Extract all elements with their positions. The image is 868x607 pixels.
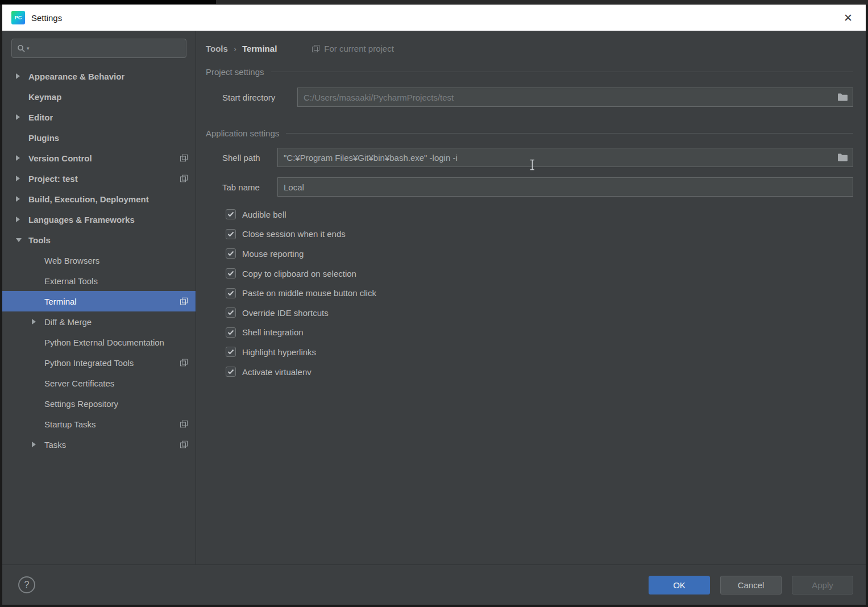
checkbox-label: Close session when it ends xyxy=(242,229,346,239)
search-options-caret-icon[interactable]: ▾ xyxy=(27,46,30,51)
sidebar-item-label: Editor xyxy=(28,113,53,122)
settings-content: Tools › Terminal For current project Pro… xyxy=(196,31,866,564)
section-application-settings: Application settings xyxy=(206,127,853,139)
sidebar-item-python-integrated-tools[interactable]: Python Integrated Tools xyxy=(2,352,196,373)
sidebar-item-languages-frameworks[interactable]: Languages & Frameworks xyxy=(2,209,196,230)
cancel-button[interactable]: Cancel xyxy=(720,576,782,594)
help-button[interactable]: ? xyxy=(18,576,35,593)
settings-tree: Appearance & BehaviorKeymapEditorPlugins… xyxy=(2,66,196,455)
shell-path-input[interactable] xyxy=(284,153,832,163)
browse-folder-icon[interactable] xyxy=(837,153,848,162)
section-title: Application settings xyxy=(206,128,279,138)
tab-name-label: Tab name xyxy=(222,182,277,192)
checkbox-highlight-hyperlinks[interactable]: Highlight hyperlinks xyxy=(226,342,853,362)
dialog-titlebar: PC Settings ✕ xyxy=(2,5,866,31)
checkbox-audible-bell[interactable]: Audible bell xyxy=(226,205,853,224)
shell-path-label: Shell path xyxy=(222,153,277,163)
apply-button[interactable]: Apply xyxy=(792,576,853,594)
sidebar-item-label: Web Browsers xyxy=(44,256,99,265)
checkbox-label: Mouse reporting xyxy=(242,249,304,259)
checkbox-checked-icon[interactable] xyxy=(226,209,236,219)
settings-dialog: PC Settings ✕ ▾ Appearance & BehaviorKey… xyxy=(2,5,866,605)
checkbox-checked-icon[interactable] xyxy=(226,307,236,318)
chevron-right-icon[interactable] xyxy=(16,73,28,79)
chevron-right-icon[interactable] xyxy=(32,319,44,325)
chevron-right-icon[interactable] xyxy=(16,114,28,120)
scope-label: For current project xyxy=(324,44,394,53)
sidebar-item-build-execution-deployment[interactable]: Build, Execution, Deployment xyxy=(2,189,196,209)
start-directory-input[interactable] xyxy=(304,93,832,102)
checkbox-copy-to-clipboard-on-selection[interactable]: Copy to clipboard on selection xyxy=(226,264,853,284)
tab-name-input[interactable] xyxy=(284,182,847,192)
checkbox-label: Highlight hyperlinks xyxy=(242,347,316,357)
chevron-right-icon[interactable] xyxy=(16,176,28,181)
shared-settings-icon xyxy=(180,441,188,448)
checkbox-label: Audible bell xyxy=(242,210,286,219)
chevron-right-icon[interactable] xyxy=(16,196,28,202)
screen: PC Settings ✕ ▾ Appearance & BehaviorKey… xyxy=(0,0,868,607)
checkbox-checked-icon[interactable] xyxy=(226,268,236,278)
checkbox-activate-virtualenv[interactable]: Activate virtualenv xyxy=(226,362,853,382)
sidebar-item-terminal[interactable]: Terminal xyxy=(2,291,196,311)
sidebar-item-label: External Tools xyxy=(44,276,98,286)
shared-settings-icon xyxy=(180,155,188,162)
sidebar-item-external-tools[interactable]: External Tools xyxy=(2,271,196,291)
breadcrumb-terminal[interactable]: Terminal xyxy=(242,44,277,53)
footer-buttons: OK Cancel Apply xyxy=(649,576,853,594)
checkbox-label: Override IDE shortcuts xyxy=(242,308,329,318)
sidebar-item-label: Settings Repository xyxy=(44,399,118,409)
section-title: Project settings xyxy=(206,67,264,77)
sidebar-item-plugins[interactable]: Plugins xyxy=(2,127,196,148)
tab-name-row: Tab name xyxy=(222,177,853,197)
checkbox-checked-icon[interactable] xyxy=(226,347,236,357)
ok-button[interactable]: OK xyxy=(649,576,710,594)
checkbox-checked-icon[interactable] xyxy=(226,248,236,259)
checkbox-label: Shell integration xyxy=(242,327,304,337)
sidebar-item-keymap[interactable]: Keymap xyxy=(2,86,196,107)
sidebar-item-label: Project: test xyxy=(28,174,78,184)
sidebar-item-tools[interactable]: Tools xyxy=(2,230,196,250)
checkbox-checked-icon[interactable] xyxy=(226,288,236,298)
sidebar-item-label: Python External Documentation xyxy=(44,338,164,347)
checkbox-close-session-when-it-ends[interactable]: Close session when it ends xyxy=(226,224,853,244)
checkbox-mouse-reporting[interactable]: Mouse reporting xyxy=(226,244,853,264)
sidebar-item-label: Version Control xyxy=(28,153,92,163)
breadcrumb: Tools › Terminal For current project xyxy=(206,40,853,57)
checkbox-checked-icon[interactable] xyxy=(226,327,236,338)
dialog-footer: ? OK Cancel Apply xyxy=(2,564,866,605)
checkbox-checked-icon[interactable] xyxy=(226,367,236,377)
sidebar-item-settings-repository[interactable]: Settings Repository xyxy=(2,393,196,414)
shared-settings-icon xyxy=(180,298,188,305)
search-input[interactable] xyxy=(34,43,181,53)
sidebar-item-appearance-behavior[interactable]: Appearance & Behavior xyxy=(2,66,196,86)
chevron-down-icon[interactable] xyxy=(16,238,28,242)
chevron-right-icon[interactable] xyxy=(32,442,44,447)
terminal-options-list: Audible bellClose session when it endsMo… xyxy=(226,205,853,381)
dialog-title: Settings xyxy=(31,13,62,23)
sidebar-item-project-test[interactable]: Project: test xyxy=(2,168,196,189)
sidebar-item-python-external-documentation[interactable]: Python External Documentation xyxy=(2,332,196,352)
browse-folder-icon[interactable] xyxy=(837,93,848,102)
chevron-right-icon[interactable] xyxy=(16,155,28,161)
sidebar-item-startup-tasks[interactable]: Startup Tasks xyxy=(2,414,196,434)
section-project-settings: Project settings xyxy=(206,66,853,77)
search-icon xyxy=(17,44,25,52)
sidebar-item-label: Appearance & Behavior xyxy=(28,72,124,81)
settings-search-box[interactable]: ▾ xyxy=(11,39,186,58)
sidebar-item-diff-merge[interactable]: Diff & Merge xyxy=(2,311,196,332)
sidebar-item-editor[interactable]: Editor xyxy=(2,107,196,127)
sidebar-item-tasks[interactable]: Tasks xyxy=(2,434,196,455)
sidebar-item-label: Diff & Merge xyxy=(44,317,92,327)
sidebar-item-server-certificates[interactable]: Server Certificates xyxy=(2,373,196,393)
shared-settings-icon xyxy=(180,359,188,367)
checkbox-checked-icon[interactable] xyxy=(226,229,236,239)
breadcrumb-tools[interactable]: Tools xyxy=(206,44,228,53)
checkbox-paste-on-middle-mouse-button-click[interactable]: Paste on middle mouse button click xyxy=(226,283,853,303)
checkbox-override-ide-shortcuts[interactable]: Override IDE shortcuts xyxy=(226,303,853,323)
close-icon[interactable]: ✕ xyxy=(840,9,857,26)
checkbox-shell-integration[interactable]: Shell integration xyxy=(226,323,853,343)
breadcrumb-separator-icon: › xyxy=(234,44,236,53)
sidebar-item-version-control[interactable]: Version Control xyxy=(2,148,196,168)
chevron-right-icon[interactable] xyxy=(16,217,28,222)
sidebar-item-web-browsers[interactable]: Web Browsers xyxy=(2,250,196,271)
